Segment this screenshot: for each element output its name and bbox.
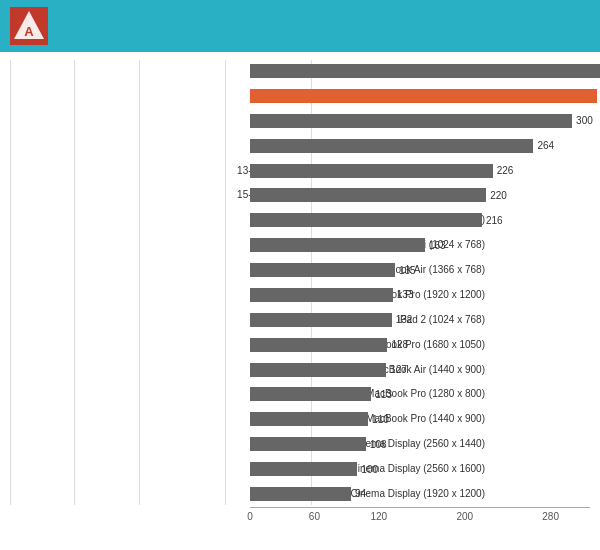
bar-row: 15-inch MacBook Pro with Retina Display … bbox=[250, 184, 590, 206]
bar-value-label: 300 bbox=[576, 115, 593, 126]
bar-row: Google Nexus 7 (1280 x 800)216 bbox=[250, 209, 590, 231]
bar-wrap: 133 bbox=[250, 284, 590, 306]
bar-fill bbox=[250, 263, 395, 277]
bar-wrap: 127 bbox=[250, 359, 590, 381]
bar-wrap: 113 bbox=[250, 383, 590, 405]
bar-fill bbox=[250, 114, 572, 128]
bar-value-label: 226 bbox=[497, 165, 514, 176]
x-tick-label: 200 bbox=[456, 511, 473, 522]
bar-fill bbox=[250, 363, 386, 377]
x-tick-label: 120 bbox=[370, 511, 387, 522]
bar-fill bbox=[250, 139, 533, 153]
bar-fill bbox=[250, 64, 600, 78]
bar-row: 30-inch Cinema Display (2560 x 1600)100 bbox=[250, 458, 590, 480]
bar-value-label: 100 bbox=[361, 464, 378, 475]
bar-value-label: 220 bbox=[490, 190, 507, 201]
bar-value-label: 132 bbox=[396, 314, 413, 325]
bar-fill bbox=[250, 164, 493, 178]
svg-text:A: A bbox=[24, 24, 34, 39]
bar-value-label: 128 bbox=[391, 339, 408, 350]
bar-row: 13-inch MacBook Pro (1280 x 800)113 bbox=[250, 383, 590, 405]
bar-wrap: 128 bbox=[250, 334, 590, 356]
bar-wrap: 94 bbox=[250, 483, 590, 505]
bar-wrap: 226 bbox=[250, 160, 590, 182]
bar-row: iPad mini (1024 x 768)163 bbox=[250, 234, 590, 256]
bar-row: Google Nexus 10 (2560 x 1600)300 bbox=[250, 110, 590, 132]
bar-row: 27-inch Cinema Display (2560 x 1440)108 bbox=[250, 433, 590, 455]
bar-value-label: 110 bbox=[372, 414, 389, 425]
bar-fill bbox=[250, 288, 393, 302]
bar-fill bbox=[250, 89, 597, 103]
bar-wrap: 163 bbox=[250, 234, 590, 256]
bar-wrap: 108 bbox=[250, 433, 590, 455]
bar-wrap: 132 bbox=[250, 309, 590, 331]
logo-icon: A bbox=[10, 7, 48, 45]
bar-fill bbox=[250, 487, 351, 501]
bar-row: iPad 2 (1024 x 768)132 bbox=[250, 309, 590, 331]
bar-fill bbox=[250, 387, 371, 401]
x-tick-label: 0 bbox=[247, 511, 253, 522]
bar-row: Google Nexus 7 (1920 x 1200)323 bbox=[250, 85, 590, 107]
bar-row: iPad 4 (2048 x 1536)264 bbox=[250, 135, 590, 157]
bar-wrap: 326 bbox=[250, 60, 600, 82]
chart-body: iPhone 5 (1136 x 640)326Google Nexus 7 (… bbox=[0, 52, 600, 550]
bar-value-label: 94 bbox=[355, 488, 366, 499]
bar-fill bbox=[250, 412, 368, 426]
bar-fill bbox=[250, 213, 482, 227]
bar-wrap: 216 bbox=[250, 209, 590, 231]
bar-row: iPhone 5 (1136 x 640)326 bbox=[250, 60, 590, 82]
bar-value-label: 108 bbox=[370, 439, 387, 450]
bar-row: 11-inch MacBook Air (1366 x 768)135 bbox=[250, 259, 590, 281]
bar-wrap: 220 bbox=[250, 184, 590, 206]
x-tick-label: 60 bbox=[309, 511, 320, 522]
bar-value-label: 264 bbox=[537, 140, 554, 151]
bar-row: 13-inch MacBook Air (1440 x 900)127 bbox=[250, 359, 590, 381]
bar-value-label: 127 bbox=[390, 364, 407, 375]
chart-container: A iPhone 5 (1136 x 640)326Google Nexus 7… bbox=[0, 0, 600, 550]
bar-wrap: 300 bbox=[250, 110, 593, 132]
chart-header: A bbox=[0, 0, 600, 52]
x-tick-label: 280 bbox=[542, 511, 559, 522]
bar-fill bbox=[250, 462, 357, 476]
bar-value-label: 113 bbox=[375, 389, 392, 400]
bar-wrap: 323 bbox=[250, 85, 600, 107]
bar-row: 24-inch Cinema Display (1920 x 1200)94 bbox=[250, 483, 590, 505]
bar-wrap: 100 bbox=[250, 458, 590, 480]
bar-fill bbox=[250, 238, 425, 252]
bars-section: iPhone 5 (1136 x 640)326Google Nexus 7 (… bbox=[10, 60, 590, 505]
bar-row: 13-inch MacBook Pro with Retina Display … bbox=[250, 160, 590, 182]
bar-row: 15-inch MacBook Pro (1440 x 900)110 bbox=[250, 408, 590, 430]
bar-value-label: 133 bbox=[397, 289, 414, 300]
bar-fill bbox=[250, 338, 387, 352]
bar-value-label: 135 bbox=[399, 265, 416, 276]
bar-value-label: 163 bbox=[429, 240, 446, 251]
bar-wrap: 264 bbox=[250, 135, 590, 157]
bar-value-label: 216 bbox=[486, 215, 503, 226]
bar-row: 17-inch MacBook Pro (1920 x 1200)133 bbox=[250, 284, 590, 306]
bar-fill bbox=[250, 437, 366, 451]
bar-fill bbox=[250, 313, 392, 327]
bar-row: 15-inch MacBook Pro (1680 x 1050)128 bbox=[250, 334, 590, 356]
bar-fill bbox=[250, 188, 486, 202]
bar-wrap: 135 bbox=[250, 259, 590, 281]
bar-wrap: 110 bbox=[250, 408, 590, 430]
